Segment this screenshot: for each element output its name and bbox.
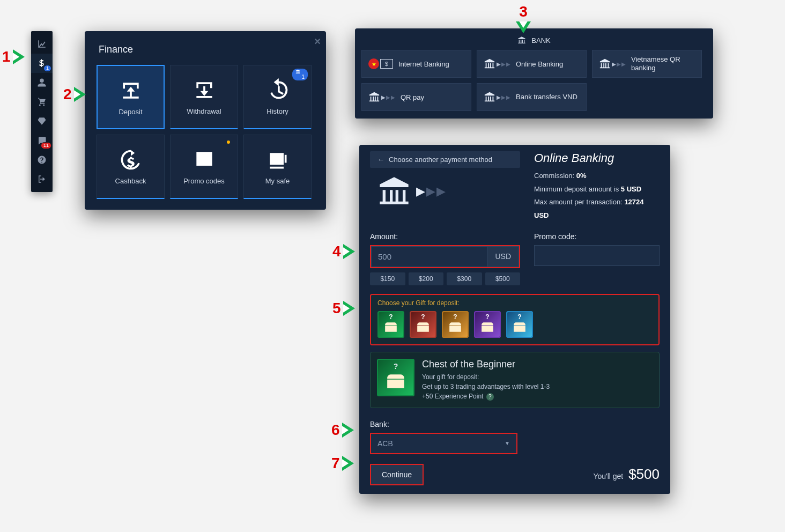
- step-marker-3: 3: [516, 3, 531, 33]
- finance-panel: × Finance Deposit Withdrawal 1History Ca…: [85, 31, 326, 210]
- bank-icon: [368, 91, 380, 103]
- gift-label: Choose your Gift for deposit:: [377, 299, 652, 307]
- method-internet-banking[interactable]: ★$ Internet Banking: [361, 50, 471, 78]
- you-get: You'll get $500: [593, 466, 660, 483]
- sidebar-cart[interactable]: [31, 92, 53, 112]
- bank-icon: [517, 36, 526, 45]
- continue-button[interactable]: Continue: [370, 464, 424, 485]
- gift-chest-purple[interactable]: [474, 311, 501, 338]
- method-illustration: ▶▶▶: [375, 174, 520, 209]
- gift-chest-orange[interactable]: [442, 311, 469, 338]
- arrows-icon: ▶▶▶: [497, 61, 510, 67]
- method-title: Online Banking: [534, 151, 660, 165]
- method-qr-pay[interactable]: ▶▶▶ QR pay: [361, 83, 471, 111]
- bank-icon: [375, 174, 413, 209]
- chip-300[interactable]: $300: [447, 272, 482, 285]
- sidebar-diamond[interactable]: [31, 112, 53, 131]
- arrows-icon: ▶▶▶: [381, 94, 395, 100]
- deposit-panel: ←Choose another payment method ▶▶▶ Onlin…: [359, 145, 670, 494]
- step-marker-6: 6: [331, 422, 354, 439]
- tile-history[interactable]: 1History: [243, 65, 312, 129]
- gift-section: Choose your Gift for deposit:: [370, 294, 660, 345]
- sidebar-finance[interactable]: 1: [31, 54, 53, 73]
- step-marker-7: 7: [331, 455, 354, 472]
- gift-chest-green[interactable]: [377, 311, 404, 338]
- notification-dot: [227, 141, 230, 144]
- step-marker-2: 2: [63, 86, 86, 103]
- promo-input[interactable]: [534, 245, 660, 266]
- method-bank-transfer-vnd[interactable]: ▶▶▶ Bank transfers VND: [477, 83, 587, 111]
- sidebar-user[interactable]: [31, 73, 53, 92]
- currency-label: USD: [487, 246, 519, 267]
- sidebar-logout[interactable]: [31, 169, 53, 189]
- amount-input[interactable]: [371, 246, 487, 267]
- info-icon[interactable]: ?: [486, 393, 494, 401]
- tile-deposit[interactable]: Deposit: [97, 65, 165, 129]
- chevron-down-icon: ▼: [505, 440, 510, 446]
- monitor-icon: $: [380, 59, 393, 69]
- arrows-icon: ▶▶▶: [416, 184, 446, 198]
- step-marker-1: 1: [2, 48, 25, 65]
- back-button[interactable]: ←Choose another payment method: [370, 151, 520, 168]
- amount-field: USD: [370, 245, 520, 268]
- gift-detail: Chest of the Beginner Your gift for depo…: [370, 352, 660, 408]
- badge: 11: [41, 142, 51, 149]
- gift-chest-red[interactable]: [410, 311, 436, 338]
- badge: 1: [43, 65, 51, 72]
- bank-panel: BANK ★$ Internet Banking ▶▶▶ Online Bank…: [355, 28, 713, 119]
- bank-select[interactable]: ACB ▼: [370, 433, 517, 454]
- tile-withdrawal[interactable]: Withdrawal: [170, 65, 238, 129]
- sidebar-help[interactable]: [31, 150, 53, 169]
- bank-heading: BANK: [361, 34, 707, 50]
- step-marker-4: 4: [332, 243, 355, 260]
- sidebar-chat[interactable]: 11: [31, 131, 53, 150]
- flag-icon: ★: [368, 58, 379, 69]
- chip-200[interactable]: $200: [409, 272, 444, 285]
- gift-chest-blue[interactable]: [506, 311, 533, 338]
- chip-150[interactable]: $150: [370, 272, 405, 285]
- bank-icon: [599, 58, 611, 70]
- arrows-icon: ▶▶▶: [612, 61, 626, 67]
- bank-label: Bank:: [370, 420, 517, 428]
- badge: 1: [292, 69, 308, 80]
- tile-promo-codes[interactable]: Promo codes: [170, 135, 238, 199]
- method-info: Commission: 0% Minimum deposit amount is…: [534, 169, 660, 223]
- tile-my-safe[interactable]: My safe: [243, 135, 312, 199]
- chip-500[interactable]: $500: [485, 272, 521, 285]
- gift-title: Chest of the Beginner: [422, 359, 550, 370]
- method-vietnamese-qr[interactable]: ▶▶▶ Vietnamese QR banking: [592, 50, 702, 78]
- arrow-left-icon: ←: [377, 156, 384, 164]
- promo-label: Promo code:: [534, 232, 660, 241]
- close-icon[interactable]: ×: [314, 35, 321, 48]
- panel-title: Finance: [99, 44, 314, 55]
- sidebar: 1 11: [31, 31, 53, 192]
- bank-icon: [484, 91, 495, 103]
- amount-label: Amount:: [370, 232, 520, 241]
- bank-icon: [484, 58, 495, 70]
- arrows-icon: ▶▶▶: [497, 94, 510, 100]
- step-marker-5: 5: [332, 300, 355, 317]
- sidebar-chart[interactable]: [31, 34, 53, 54]
- gift-chest-preview: [377, 359, 414, 396]
- method-online-banking[interactable]: ▶▶▶ Online Banking: [477, 50, 587, 78]
- tile-cashback[interactable]: Cashback: [97, 135, 165, 199]
